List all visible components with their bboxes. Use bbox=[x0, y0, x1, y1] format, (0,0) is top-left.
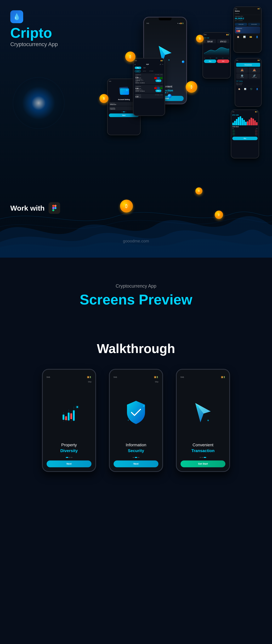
hero-section: 💧 Cripto Cryptocurrency App Work with go… bbox=[0, 0, 272, 258]
walkthrough-phone-2: 9:41 📶🔋 Skip bbox=[109, 369, 163, 472]
skip-btn-2[interactable]: Skip bbox=[155, 381, 158, 383]
phone-notch bbox=[159, 18, 172, 20]
svg-rect-0 bbox=[52, 205, 54, 207]
p2p-item-buy[interactable]: Buy bbox=[156, 80, 161, 82]
svg-point-8 bbox=[168, 60, 170, 61]
wt-title-2: Information bbox=[126, 442, 146, 447]
wt-btn-2[interactable]: Next bbox=[114, 460, 158, 467]
wt-title-3: Convenient bbox=[192, 442, 214, 447]
svg-point-14 bbox=[207, 420, 209, 421]
wt-title-1: Property bbox=[61, 442, 77, 447]
walkthrough-section: Walkthrough 9:41 📶🔋 Skip bbox=[0, 331, 272, 482]
shield-icon-large bbox=[124, 400, 148, 426]
coin-7: ₿ bbox=[215, 210, 223, 219]
candle-chart-icon bbox=[61, 402, 77, 423]
sphere-2 bbox=[182, 60, 184, 63]
hero-glow-inner bbox=[22, 86, 56, 120]
arrow-icon-large bbox=[192, 400, 214, 426]
app-icon: 💧 bbox=[10, 10, 23, 23]
walkthrough-phone-1: 9:41 📶🔋 Skip bbox=[42, 369, 96, 472]
svg-point-7 bbox=[160, 48, 161, 50]
buy-btn[interactable]: Buy bbox=[204, 60, 216, 63]
coin-5: ₿ bbox=[120, 200, 133, 212]
svg-rect-3 bbox=[52, 209, 54, 211]
order-bar-chart bbox=[232, 116, 258, 125]
brand-name: Cripto bbox=[10, 26, 58, 40]
sell-btn[interactable]: Sell bbox=[217, 60, 229, 63]
screens-eyebrow: Cryptocurrency App bbox=[10, 283, 262, 289]
wt-dots-1 bbox=[66, 457, 72, 458]
walkthrough-phone-3: 9:41 📶🔋 bbox=[176, 369, 230, 472]
bottom-spacer bbox=[0, 482, 272, 508]
p2p-item2-buy[interactable]: Buy bbox=[156, 90, 161, 92]
coin-6: $ bbox=[195, 188, 202, 194]
wt-title-accent-2: Security bbox=[128, 448, 144, 453]
orderbook-buy-btn[interactable]: Buy bbox=[232, 137, 258, 140]
phone-group: 9:41 ▼ ◀ 📶 🔋 bbox=[94, 6, 262, 238]
status-bar: 9:41 ▼ ◀ 📶 🔋 bbox=[146, 23, 184, 24]
p2p-phone: 9:41📶🔋 ‹ P2P ⤢ ⋯ Buy Sell bbox=[133, 58, 165, 116]
svg-point-10 bbox=[128, 420, 129, 421]
logo-area: 💧 Cripto Cryptocurrency App bbox=[10, 10, 58, 48]
wallet-phone: 9:41 📶🔋 Wallets Overview Total token BTC… bbox=[233, 6, 262, 53]
skip-btn-1[interactable]: Skip bbox=[88, 381, 92, 383]
screens-section: Cryptocurrency App Screens Preview bbox=[0, 258, 272, 331]
coin-3: ₿ bbox=[186, 81, 197, 93]
brand-subtitle: Cryptocurrency App bbox=[10, 41, 58, 48]
eth-chart-phone: 9:41📶🔋 ETH / USD Price at 1 ETH $375.89 … bbox=[202, 32, 231, 78]
walkthrough-phones: 9:41 📶🔋 Skip bbox=[10, 369, 262, 472]
trading-phone: 9:41📶🔋 TRADING 📥 Deposit 📤 Withdraw bbox=[235, 58, 262, 107]
coin-2: $ bbox=[196, 35, 204, 42]
wallet-screen: 9:41 📶🔋 Wallets Overview Total token BTC… bbox=[234, 7, 261, 52]
watermark: gooodme.com bbox=[123, 239, 149, 244]
wt-title-accent-1: Diversity bbox=[60, 448, 78, 453]
wt-btn-3[interactable]: Get Start bbox=[180, 460, 226, 467]
figma-icon bbox=[48, 202, 60, 214]
orderbook-phone: 9:41📶🔋 ETH / USD bbox=[231, 110, 259, 158]
sphere-1 bbox=[168, 94, 172, 98]
svg-point-4 bbox=[54, 207, 56, 209]
svg-point-13 bbox=[197, 406, 199, 408]
svg-rect-2 bbox=[52, 207, 54, 209]
p2p-sell-tab[interactable]: Sell bbox=[142, 66, 147, 69]
eth-chart bbox=[204, 44, 229, 56]
wt-title-accent-3: Transaction bbox=[192, 448, 214, 453]
walkthrough-title: Walkthrough bbox=[10, 341, 262, 356]
svg-point-9 bbox=[143, 405, 144, 407]
work-with-section: Work with bbox=[10, 202, 60, 214]
coin-1: ₿ bbox=[125, 52, 136, 62]
wt-dots-2 bbox=[133, 457, 139, 458]
wt-btn-1[interactable]: Next bbox=[46, 460, 92, 467]
screens-title: Screens Preview bbox=[10, 291, 262, 308]
work-with-label: Work with bbox=[10, 204, 45, 212]
wt-dots-3 bbox=[200, 457, 206, 458]
svg-rect-1 bbox=[54, 205, 56, 207]
p2p-buy-tab[interactable]: Buy bbox=[135, 66, 141, 69]
coin-4: $ bbox=[100, 94, 108, 103]
